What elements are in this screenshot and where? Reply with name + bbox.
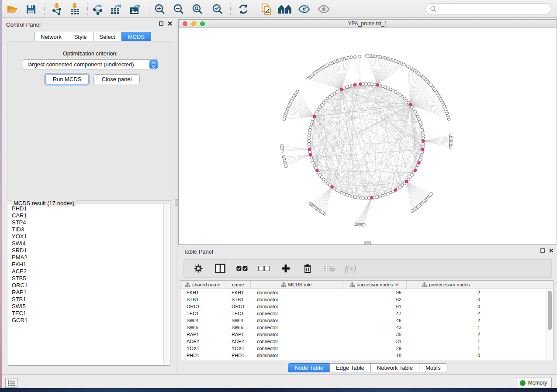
graph-node[interactable] bbox=[310, 123, 313, 126]
table-row[interactable]: FKH1FKH1dominator962 bbox=[180, 289, 553, 296]
import-table-button[interactable] bbox=[67, 2, 82, 17]
tab-motifs[interactable]: Motifs bbox=[419, 363, 447, 372]
hide-selected-button[interactable] bbox=[297, 2, 311, 17]
graph-node[interactable] bbox=[353, 196, 356, 199]
graph-node[interactable] bbox=[373, 83, 376, 86]
graph-node-dominator[interactable] bbox=[414, 169, 417, 172]
graph-node[interactable] bbox=[365, 55, 368, 58]
mcds-result-item[interactable]: FKH1 bbox=[12, 261, 163, 268]
delete-table-button[interactable] bbox=[323, 262, 336, 275]
zoom-fit-button[interactable] bbox=[190, 2, 205, 17]
column-header-name[interactable]: name bbox=[225, 281, 251, 289]
network-graph-canvas[interactable] bbox=[179, 28, 557, 244]
graph-node-dominator[interactable] bbox=[331, 186, 334, 189]
search-input[interactable] bbox=[436, 6, 546, 12]
graph-node[interactable] bbox=[422, 145, 425, 148]
zoom-selected-button[interactable] bbox=[210, 2, 225, 17]
graph-node[interactable] bbox=[384, 193, 387, 196]
graph-node[interactable] bbox=[365, 197, 368, 200]
mcds-result-item[interactable]: SRD1 bbox=[12, 247, 163, 254]
mcds-result-item[interactable]: SWI5 bbox=[12, 303, 163, 310]
graph-node-dominator[interactable] bbox=[418, 162, 421, 165]
graph-node-dominator[interactable] bbox=[405, 180, 408, 183]
tab-node-table[interactable]: Node Table bbox=[288, 363, 330, 372]
tab-edge-table[interactable]: Edge Table bbox=[329, 363, 371, 372]
show-column-panel-button[interactable] bbox=[214, 262, 227, 275]
table-row[interactable]: ACE2ACE2connector311 bbox=[180, 338, 553, 345]
run-mcds-button[interactable]: Run MCDS bbox=[45, 74, 89, 84]
graph-node[interactable] bbox=[309, 126, 312, 129]
memory-button[interactable]: Memory bbox=[516, 378, 552, 388]
graph-node[interactable] bbox=[308, 131, 311, 134]
select-all-button[interactable] bbox=[235, 262, 249, 275]
graph-node[interactable] bbox=[308, 151, 311, 154]
graph-node[interactable] bbox=[430, 193, 433, 196]
mcds-result-item[interactable]: PMA2 bbox=[12, 254, 163, 261]
graph-node[interactable] bbox=[308, 134, 311, 137]
open-file-button[interactable] bbox=[5, 2, 20, 17]
float-panel-icon[interactable] bbox=[159, 21, 163, 26]
table-row[interactable]: PHD1PHD1dominator180 bbox=[180, 352, 553, 359]
create-column-button[interactable] bbox=[279, 262, 292, 275]
mcds-result-item[interactable]: STB1 bbox=[12, 296, 163, 303]
close-panel-icon[interactable] bbox=[549, 248, 554, 253]
mcds-result-item[interactable]: GCR1 bbox=[12, 317, 163, 324]
mcds-result-item[interactable]: RAP1 bbox=[12, 289, 163, 296]
graph-node[interactable] bbox=[307, 77, 310, 80]
graph-node[interactable] bbox=[370, 83, 374, 86]
graph-node[interactable] bbox=[346, 86, 349, 89]
graph-node[interactable] bbox=[323, 213, 326, 216]
import-network-button[interactable] bbox=[49, 2, 64, 17]
table-row[interactable]: TEC1TEC1connector472 bbox=[180, 310, 553, 317]
graph-node[interactable] bbox=[419, 120, 422, 124]
graph-node[interactable] bbox=[373, 196, 376, 199]
graph-node[interactable] bbox=[362, 83, 365, 86]
graph-node[interactable] bbox=[376, 196, 379, 199]
graph-node[interactable] bbox=[281, 150, 284, 153]
tab-network-table[interactable]: Network Table bbox=[370, 363, 419, 372]
graph-node[interactable] bbox=[367, 83, 370, 86]
graph-node-dominator[interactable] bbox=[313, 115, 316, 118]
table-settings-button[interactable] bbox=[192, 262, 205, 275]
graph-node-dominator[interactable] bbox=[394, 189, 397, 192]
graph-node[interactable] bbox=[379, 195, 382, 198]
tab-select[interactable]: Select bbox=[93, 32, 122, 41]
graph-node[interactable] bbox=[351, 84, 354, 87]
column-header-predecessor-nodes[interactable]: predecessor nodes bbox=[407, 281, 485, 289]
graph-node[interactable] bbox=[381, 85, 384, 88]
graph-node[interactable] bbox=[356, 83, 360, 86]
graph-node[interactable] bbox=[308, 145, 311, 148]
tab-mcds[interactable]: MCDS bbox=[121, 32, 151, 41]
tab-style[interactable]: Style bbox=[68, 32, 93, 41]
graph-node[interactable] bbox=[421, 151, 424, 154]
graph-node-dominator[interactable] bbox=[370, 196, 374, 199]
graph-node[interactable] bbox=[283, 118, 286, 121]
first-neighbors-button[interactable] bbox=[278, 2, 293, 17]
graph-node[interactable] bbox=[419, 156, 422, 159]
float-panel-icon[interactable] bbox=[540, 248, 545, 253]
graph-node[interactable] bbox=[449, 134, 452, 137]
table-scrollbar-thumb[interactable] bbox=[548, 291, 552, 330]
graph-node-dominator[interactable] bbox=[421, 148, 424, 151]
mcds-result-item[interactable]: TEC1 bbox=[12, 310, 163, 317]
graph-node[interactable] bbox=[422, 137, 425, 140]
graph-node[interactable] bbox=[353, 55, 356, 58]
table-scrollbar[interactable] bbox=[547, 290, 552, 359]
optimization-criterion-select[interactable]: largest connected component (undirected) bbox=[23, 59, 159, 69]
graph-node[interactable] bbox=[379, 84, 382, 87]
graph-node[interactable] bbox=[308, 142, 311, 145]
zoom-out-button[interactable] bbox=[171, 2, 186, 17]
export-table-button[interactable] bbox=[109, 2, 124, 17]
mcds-result-item[interactable]: STP4 bbox=[12, 219, 163, 226]
graph-node[interactable] bbox=[419, 123, 422, 126]
zoom-in-button[interactable] bbox=[152, 2, 167, 17]
graph-node[interactable] bbox=[285, 165, 288, 168]
graph-node-dominator[interactable] bbox=[409, 103, 412, 107]
graph-node[interactable] bbox=[308, 137, 311, 140]
delete-column-button[interactable] bbox=[301, 262, 314, 275]
graph-node[interactable] bbox=[351, 195, 354, 198]
graph-node-dominator[interactable] bbox=[422, 140, 425, 143]
graph-node[interactable] bbox=[356, 196, 360, 199]
save-session-button[interactable] bbox=[24, 2, 38, 17]
graph-node[interactable] bbox=[420, 126, 423, 129]
